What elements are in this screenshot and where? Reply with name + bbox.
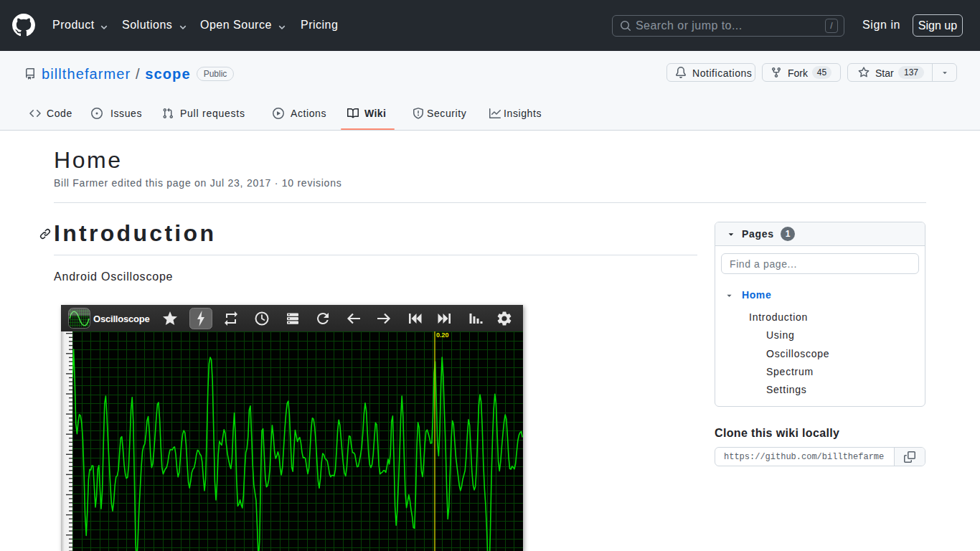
svg-text:0.20: 0.20: [436, 331, 449, 339]
